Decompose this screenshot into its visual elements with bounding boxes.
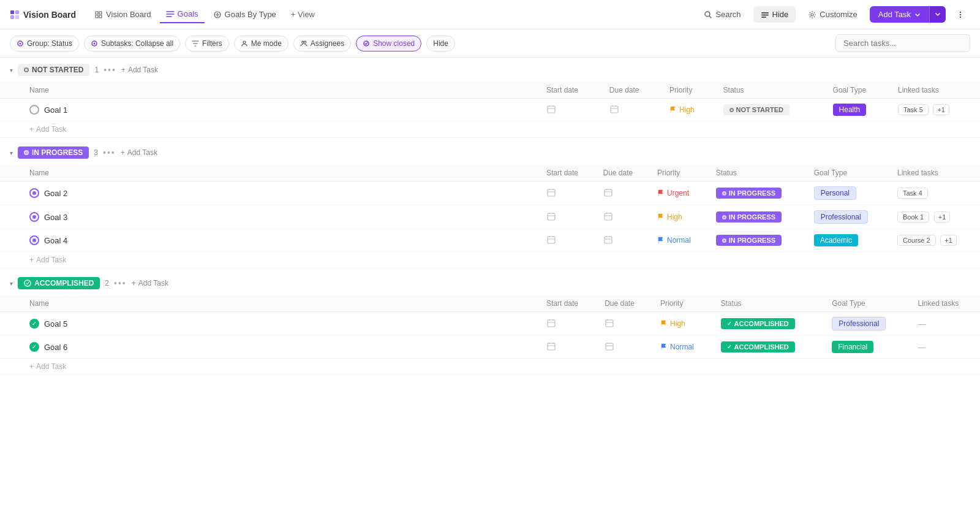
col-linked-ip: Linked tasks — [890, 165, 980, 181]
calendar-icon[interactable] — [546, 104, 556, 114]
linked-more-3[interactable]: +1 — [934, 211, 951, 223]
hide-button[interactable]: Hide — [753, 6, 796, 23]
add-view-btn[interactable]: + View — [285, 6, 321, 23]
col-status-ip: Status — [709, 165, 807, 181]
me-mode-btn[interactable]: Me mode — [234, 36, 288, 51]
tab-vision-board[interactable]: Vision Board — [88, 6, 157, 23]
linked-4: Course 2 +1 — [890, 229, 980, 252]
calendar-icon[interactable] — [605, 341, 614, 351]
add-task-btn-ac[interactable]: + Add Task — [29, 362, 973, 371]
linked-5: — — [910, 312, 980, 336]
add-task-cell-ac: + Add Task — [0, 359, 980, 375]
section-header-in-progress[interactable]: ▾ IN PROGRESS 3 ••• + Add Task — [0, 140, 980, 165]
show-closed-icon — [363, 40, 370, 47]
section-header-accomplished[interactable]: ▾ ✓ ACCOMPLISHED 2 ••• + Add Task — [0, 271, 980, 295]
calendar-icon[interactable] — [603, 188, 613, 197]
svg-rect-8 — [761, 17, 766, 18]
calendar-due-icon[interactable] — [609, 104, 619, 114]
start-date-4 — [539, 229, 596, 252]
search-button[interactable]: Search — [696, 6, 748, 23]
linked-more-4[interactable]: +1 — [940, 235, 957, 246]
calendar-icon[interactable] — [546, 341, 556, 351]
status-pill-in-progress-4: IN PROGRESS — [716, 235, 782, 246]
assignees-btn[interactable]: Assignees — [293, 36, 351, 51]
more-options-icon — [956, 10, 965, 20]
hide-toolbar-btn[interactable]: Hide — [426, 36, 455, 51]
svg-rect-32 — [606, 343, 613, 350]
show-closed-btn[interactable]: Show closed — [356, 36, 421, 51]
svg-point-14 — [20, 42, 21, 44]
accomplished-check: ✓ — [24, 280, 31, 287]
calendar-icon[interactable] — [546, 235, 556, 245]
toolbar: Group: Status Subtasks: Collapse all Fil… — [0, 29, 980, 58]
section-header-not-started[interactable]: ▾ NOT STARTED 1 ••• + Add Task — [0, 58, 980, 82]
col-status-ac: Status — [714, 295, 825, 312]
customize-icon — [808, 10, 816, 19]
col-due-ns: Due date — [602, 82, 662, 99]
status-badge-accomplished: ✓ ACCOMPLISHED — [18, 277, 100, 289]
calendar-icon[interactable] — [603, 211, 613, 221]
calendar-icon[interactable] — [605, 318, 614, 328]
add-task-chevron-icon — [914, 12, 921, 18]
linked-dash-6: — — [918, 343, 925, 352]
section-toggle-accomplished[interactable]: ▾ — [10, 280, 13, 287]
calendar-icon[interactable] — [546, 318, 556, 328]
col-start-ns: Start date — [539, 82, 602, 99]
section-dots-accomplished[interactable]: ••• — [114, 278, 127, 288]
section-accomplished: ▾ ✓ ACCOMPLISHED 2 ••• + Add Task Name S… — [0, 271, 980, 375]
calendar-icon[interactable] — [546, 188, 556, 197]
svg-rect-29 — [548, 320, 555, 327]
goal-type-financial: Financial — [832, 341, 873, 353]
section-add-in-progress[interactable]: + Add Task — [121, 148, 157, 157]
tab-goals[interactable]: Goals — [160, 6, 205, 23]
col-linked-ac: Linked tasks — [910, 295, 980, 312]
table-header-accomplished: Name Start date Due date Priority Status… — [0, 295, 980, 312]
svg-rect-3 — [15, 15, 19, 19]
search-tasks-input[interactable] — [835, 34, 970, 52]
goal-type-professional-5: Professional — [832, 317, 886, 330]
section-dots-not-started[interactable]: ••• — [104, 65, 116, 75]
priority-flag-high: High — [669, 105, 708, 114]
customize-button[interactable]: Customize — [801, 6, 864, 23]
filters-btn[interactable]: Filters — [185, 36, 229, 51]
section-add-accomplished[interactable]: + Add Task — [132, 279, 168, 287]
goal-icon-gray — [29, 105, 39, 115]
section-add-not-started[interactable]: + Add Task — [121, 66, 158, 74]
linked-6: — — [910, 336, 980, 359]
subtasks-btn[interactable]: Subtasks: Collapse all — [84, 36, 180, 51]
table-in-progress: Name Start date Due date Priority Status… — [0, 165, 980, 268]
group-status-btn[interactable]: Group: Status — [10, 36, 79, 51]
start-date-cell — [539, 99, 602, 121]
add-task-btn-ns[interactable]: + Add Task — [29, 125, 973, 134]
pill-dot-purple-4 — [722, 238, 726, 243]
flag-icon-6 — [660, 343, 668, 351]
linked-more[interactable]: +1 — [933, 104, 949, 115]
linked-3: Book 1 +1 — [890, 205, 980, 229]
linked-task-item[interactable]: Task 5 — [898, 104, 929, 115]
add-task-button[interactable]: Add Task — [870, 6, 929, 23]
add-task-btn-ip[interactable]: + Add Task — [29, 256, 973, 264]
linked-task-3[interactable]: Book 1 — [897, 211, 929, 223]
table-row: Goal 4 — [0, 229, 980, 252]
calendar-icon[interactable] — [546, 211, 556, 221]
section-dots-in-progress[interactable]: ••• — [103, 148, 116, 158]
pill-dot — [729, 108, 734, 112]
col-goaltype-ip: Goal Type — [807, 165, 890, 181]
tab-goals-by-type[interactable]: Goals By Type — [207, 6, 282, 23]
linked-task-4[interactable]: Course 2 — [897, 235, 936, 246]
goal-name-display: Goal 1 — [29, 105, 532, 115]
add-task-row-ns: + Add Task — [0, 121, 980, 138]
svg-rect-7 — [761, 14, 769, 15]
add-task-dropdown[interactable] — [929, 6, 946, 23]
section-toggle-in-progress[interactable]: ▾ — [10, 150, 13, 156]
flag-urgent-icon — [657, 189, 665, 197]
section-toggle-not-started[interactable]: ▾ — [10, 67, 13, 74]
goal-type-6: Financial — [824, 336, 910, 359]
col-linked-ns: Linked tasks — [891, 82, 980, 99]
brand[interactable]: Vision Board — [10, 10, 76, 20]
more-options-button[interactable] — [951, 6, 970, 23]
linked-task-2[interactable]: Task 4 — [897, 188, 928, 199]
hide-icon — [761, 10, 769, 19]
calendar-icon[interactable] — [603, 235, 613, 245]
col-goaltype-ac: Goal Type — [824, 295, 910, 312]
